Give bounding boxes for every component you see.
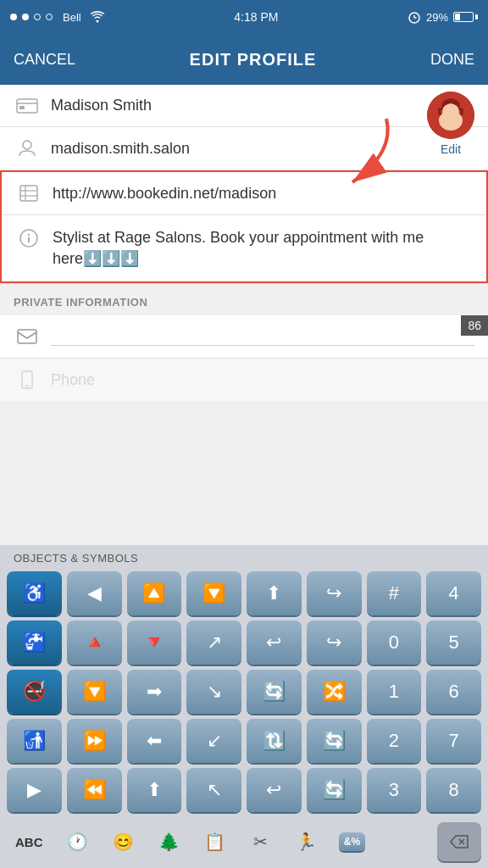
profile-bio[interactable]: Stylist at Rage Salons. Book your appoin… [53, 227, 473, 270]
emoji-key-trash[interactable]: 🚮 [7, 719, 62, 763]
signal-area: Bell [10, 11, 105, 24]
cancel-button[interactable]: CANCEL [14, 51, 75, 69]
emoji-key-reload[interactable]: 🔃 [247, 719, 302, 763]
signal-dot-4 [46, 14, 53, 20]
phone-row: Phone [0, 359, 488, 401]
clock-icon-btn[interactable]: 🕐 [58, 822, 97, 861]
symbols-icon-btn[interactable]: &% [333, 822, 372, 861]
email-field[interactable] [51, 327, 474, 346]
highlighted-fields: http://www.bookedin.net/madison Stylist … [0, 170, 488, 283]
profile-username[interactable]: madison.smith.salon [51, 140, 474, 158]
emoji-key-wheelchair[interactable]: ♿ [7, 571, 62, 615]
envelope-icon [17, 329, 37, 344]
tree-icon-btn[interactable]: 🌲 [150, 822, 189, 861]
bio-row: Stylist at Rage Salons. Book your appoin… [2, 215, 486, 281]
emoji-key-circ[interactable]: 🔄 [307, 768, 362, 812]
emoji-key-4[interactable]: 4 [426, 571, 481, 615]
emoji-key-down-filled[interactable]: 🔽 [186, 571, 241, 615]
scissors-icon-btn[interactable]: ✂ [241, 822, 280, 861]
phone-field[interactable]: Phone [51, 371, 474, 389]
status-time: 4:18 PM [234, 10, 278, 24]
svg-point-0 [96, 20, 98, 23]
private-info-section: PRIVATE INFORMATION 86 Phone [0, 284, 488, 401]
emoji-key-shuffle[interactable]: 🔀 [307, 670, 362, 714]
status-bar: Bell 4:18 PM 29% [0, 0, 488, 34]
keyboard-bottom-row: ABC 🕐 😊 🌲 📋 ✂ 🏃 &% [0, 817, 488, 868]
battery-icon [453, 12, 478, 22]
email-row: 86 [0, 315, 488, 359]
runner-icon-btn[interactable]: 🏃 [287, 822, 326, 861]
page-title: EDIT PROFILE [190, 50, 317, 70]
emoji-key-curved[interactable]: ↪ [307, 571, 362, 615]
signal-dot-3 [34, 14, 41, 20]
phone-svg-icon [18, 370, 36, 389]
info-icon [19, 229, 38, 248]
email-icon [14, 329, 41, 344]
name-row: Madison Smith Edit [0, 85, 488, 127]
emoji-key-1[interactable]: 1 [367, 670, 422, 714]
abc-button[interactable]: ABC [7, 830, 52, 854]
person-icon [18, 139, 36, 158]
signal-dot-1 [10, 14, 17, 20]
emoji-key-3[interactable]: 3 [367, 768, 422, 812]
private-section-header: PRIVATE INFORMATION [0, 284, 488, 315]
emoji-key-up-filled[interactable]: 🔼 [127, 571, 182, 615]
emoji-key-nw[interactable]: ↖ [186, 768, 241, 812]
emoji-section-label: OBJECTS & SYMBOLS [0, 545, 488, 568]
bio-icon [15, 227, 42, 248]
phone-icon [14, 370, 41, 389]
emoji-key-loop[interactable]: ↪ [307, 620, 362, 665]
emoji-key-cycle[interactable]: 🔄 [307, 719, 362, 763]
website-icon [15, 184, 42, 203]
card-icon [16, 97, 38, 114]
globe-icon [19, 184, 38, 203]
emoji-key-nosmoking[interactable]: 🚭 [7, 670, 62, 714]
done-button[interactable]: DONE [430, 51, 474, 69]
battery-percent: 29% [426, 11, 448, 24]
carrier-label: Bell [63, 11, 81, 24]
emoji-key-ff[interactable]: ⏩ [67, 719, 122, 763]
svg-point-10 [23, 141, 31, 149]
svg-rect-4 [17, 99, 37, 113]
emoji-key-up-tri[interactable]: 🔺 [67, 620, 122, 665]
profile-form: Madison Smith Edit [0, 85, 488, 284]
backspace-icon [449, 834, 469, 849]
emoji-key-refresh[interactable]: 🔄 [247, 670, 302, 714]
name-icon [14, 97, 41, 114]
emoji-key-0[interactable]: 0 [367, 620, 422, 665]
emoji-key-left[interactable]: ◀ [67, 571, 122, 615]
emoji-key-8[interactable]: 8 [426, 768, 481, 812]
char-count: 86 [461, 315, 488, 336]
emoji-key-play[interactable]: ▶ [7, 768, 62, 812]
emoji-key-back[interactable]: ↩ [247, 768, 302, 812]
emoji-key-return[interactable]: ↩ [247, 620, 302, 665]
emoji-key-down-arrow[interactable]: 🔽 [67, 670, 122, 714]
emoji-key-right-arrow[interactable]: ➡ [127, 670, 182, 714]
svg-rect-12 [20, 186, 37, 201]
website-row: http://www.bookedin.net/madison [2, 172, 486, 215]
delete-button[interactable] [437, 822, 481, 861]
emoji-key-sw[interactable]: ↙ [186, 719, 241, 763]
emoji-key-left-arrow[interactable]: ⬅ [127, 719, 182, 763]
emoji-key-7[interactable]: 7 [426, 719, 481, 763]
smiley-icon-btn[interactable]: 😊 [104, 822, 143, 861]
emoji-key-ne[interactable]: ↗ [186, 620, 241, 665]
emoji-key-down-tri[interactable]: 🔻 [127, 620, 182, 665]
username-icon [14, 139, 41, 158]
emoji-keyboard: OBJECTS & SYMBOLS ♿ ◀ 🔼 🔽 ⬆ ↪ # 4 🚰 🔺 🔻 … [0, 545, 488, 868]
emoji-key-2[interactable]: 2 [367, 719, 422, 763]
emoji-key-5[interactable]: 5 [426, 620, 481, 665]
emoji-key-se[interactable]: ↘ [186, 670, 241, 714]
svg-rect-6 [19, 106, 25, 109]
wifi-icon [90, 11, 105, 23]
emoji-key-hash[interactable]: # [367, 571, 422, 615]
emoji-key-up-w[interactable]: ⬆ [127, 768, 182, 812]
emoji-key-rw[interactable]: ⏪ [67, 768, 122, 812]
profile-website[interactable]: http://www.bookedin.net/madison [53, 185, 473, 203]
svg-rect-19 [18, 330, 36, 343]
emoji-key-up-arrow[interactable]: ⬆ [247, 571, 302, 615]
clipboard-icon-btn[interactable]: 📋 [196, 822, 235, 861]
profile-name[interactable]: Madison Smith [51, 97, 474, 114]
emoji-key-water[interactable]: 🚰 [7, 620, 62, 665]
emoji-key-6[interactable]: 6 [426, 670, 481, 714]
